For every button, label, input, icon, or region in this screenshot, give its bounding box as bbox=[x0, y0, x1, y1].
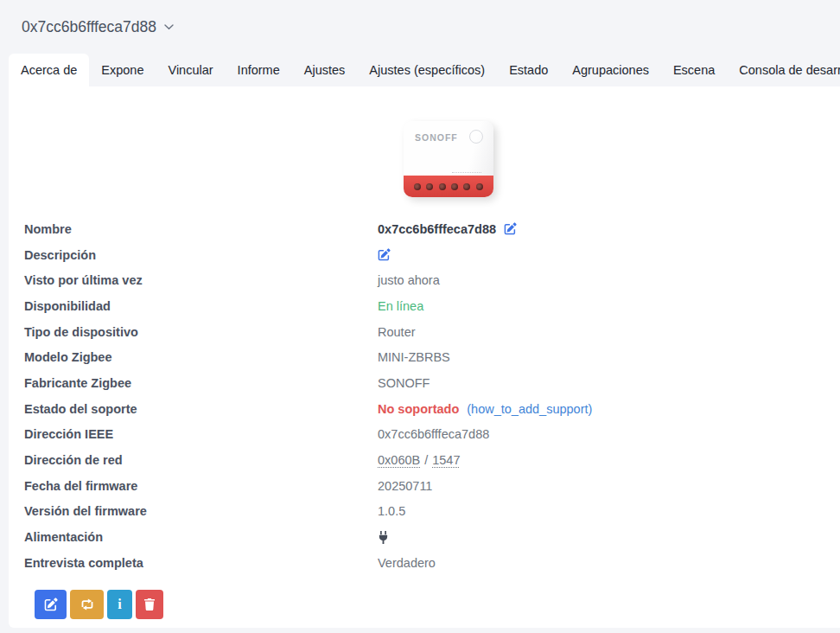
table-row: Dirección IEEE 0x7cc6b6fffeca7d88 bbox=[9, 422, 840, 448]
page-header: 0x7cc6b6fffeca7d88 bbox=[0, 0, 840, 54]
tab-ajustes-especificos[interactable]: Ajustes (específicos) bbox=[357, 54, 497, 86]
row-label-fabricante: Fabricante Zigbee bbox=[9, 376, 378, 390]
table-row: Nombre 0x7cc6b6fffeca7d88 bbox=[9, 216, 840, 242]
device-title-dropdown[interactable]: 0x7cc6b6fffeca7d88 bbox=[22, 18, 174, 36]
device-tab-bar: Acerca de Expone Vincular Informe Ajuste… bbox=[9, 54, 840, 86]
row-label-descripcion: Descripción bbox=[9, 248, 378, 262]
device-brand-label: SONOFF bbox=[415, 132, 458, 143]
tab-expone[interactable]: Expone bbox=[89, 54, 156, 86]
availability-status: En línea bbox=[378, 299, 423, 313]
about-panel: SONOFF Nombre 0x7cc6b6fffeca7d88 Descrip… bbox=[9, 86, 840, 628]
table-row: Alimentación bbox=[9, 524, 840, 550]
tab-estado[interactable]: Estado bbox=[497, 54, 560, 86]
row-label-entrevista: Entrevista completa bbox=[9, 556, 378, 570]
network-address-hex-link[interactable]: 0x060B bbox=[378, 453, 420, 467]
row-label-disponibilidad: Disponibilidad bbox=[9, 299, 378, 313]
row-label-alimentacion: Alimentación bbox=[9, 530, 378, 544]
row-label-red: Dirección de red bbox=[9, 453, 378, 467]
row-label-modelo: Modelo Zigbee bbox=[9, 350, 378, 364]
table-row: Fecha del firmware 20250711 bbox=[9, 473, 840, 499]
firmware-version-value: 1.0.5 bbox=[378, 504, 405, 518]
edit-name-icon[interactable] bbox=[504, 222, 517, 235]
table-row: Tipo de dispositivo Router bbox=[9, 319, 840, 345]
tab-acerca-de[interactable]: Acerca de bbox=[9, 54, 89, 86]
table-row: Visto por última vez justo ahora bbox=[9, 267, 840, 293]
row-label-fecha-firmware: Fecha del firmware bbox=[9, 479, 378, 493]
last-seen-value: justo ahora bbox=[378, 273, 440, 287]
device-info-button[interactable]: i bbox=[107, 590, 132, 619]
row-label-nombre: Nombre bbox=[9, 222, 378, 236]
table-row: Descripción bbox=[9, 242, 840, 268]
tab-ajustes[interactable]: Ajustes bbox=[292, 54, 358, 86]
tab-escena[interactable]: Escena bbox=[661, 54, 727, 86]
reconfigure-device-button[interactable] bbox=[70, 590, 104, 619]
device-terminal-labels bbox=[452, 164, 481, 173]
table-row: Versión del firmware 1.0.5 bbox=[9, 499, 840, 525]
edit-description-icon[interactable] bbox=[378, 248, 391, 261]
page-title: 0x7cc6b6fffeca7d88 bbox=[22, 18, 156, 36]
tab-vincular[interactable]: Vincular bbox=[156, 54, 225, 86]
device-name-value: 0x7cc6b6fffeca7d88 bbox=[378, 222, 496, 236]
support-status-value: No soportado bbox=[378, 402, 459, 416]
row-label-version-firmware: Versión del firmware bbox=[9, 504, 378, 518]
network-address-separator: / bbox=[424, 453, 428, 467]
device-action-buttons: i bbox=[35, 590, 840, 619]
device-type-value: Router bbox=[378, 325, 416, 339]
ieee-address-value: 0x7cc6b6fffeca7d88 bbox=[378, 427, 489, 441]
tab-informe[interactable]: Informe bbox=[226, 54, 292, 86]
row-label-visto: Visto por última vez bbox=[9, 273, 378, 287]
table-row: Dirección de red 0x060B / 1547 bbox=[9, 447, 840, 473]
firmware-date-value: 20250711 bbox=[378, 479, 432, 493]
row-label-tipo: Tipo de dispositivo bbox=[9, 325, 378, 339]
device-image-container: SONOFF bbox=[9, 86, 840, 197]
row-label-soporte: Estado del soporte bbox=[9, 402, 378, 416]
info-icon: i bbox=[118, 597, 121, 612]
zigbee-manufacturer-value: SONOFF bbox=[378, 376, 430, 390]
pen-square-icon bbox=[44, 598, 58, 611]
device-details-table: Nombre 0x7cc6b6fffeca7d88 Descripción Vi… bbox=[9, 216, 840, 576]
remove-device-button[interactable] bbox=[136, 590, 163, 619]
interview-completed-value: Verdadero bbox=[378, 556, 436, 570]
rename-device-button[interactable] bbox=[35, 590, 67, 619]
zigbee-model-value: MINI-ZBRBS bbox=[378, 350, 450, 364]
table-row: Disponibilidad En línea bbox=[9, 293, 840, 319]
tab-consola-de-desarrollo[interactable]: Consola de desarrollo bbox=[727, 54, 840, 86]
device-image: SONOFF bbox=[404, 121, 493, 197]
table-row: Fabricante Zigbee SONOFF bbox=[9, 370, 840, 396]
chevron-down-icon bbox=[164, 24, 174, 30]
retweet-icon bbox=[80, 598, 95, 611]
table-row: Estado del soporte No soportado (how_to_… bbox=[9, 396, 840, 422]
how-to-add-support-link[interactable]: (how_to_add_support) bbox=[467, 402, 592, 416]
row-label-ieee: Dirección IEEE bbox=[9, 427, 378, 441]
trash-icon bbox=[144, 598, 155, 611]
device-terminal-strip bbox=[404, 176, 493, 197]
device-button-detail bbox=[469, 130, 483, 144]
tab-agrupaciones[interactable]: Agrupaciones bbox=[560, 54, 661, 86]
plug-icon bbox=[378, 531, 389, 544]
table-row: Modelo Zigbee MINI-ZBRBS bbox=[9, 344, 840, 370]
network-address-dec-link[interactable]: 1547 bbox=[432, 453, 460, 467]
table-row: Entrevista completa Verdadero bbox=[9, 550, 840, 576]
